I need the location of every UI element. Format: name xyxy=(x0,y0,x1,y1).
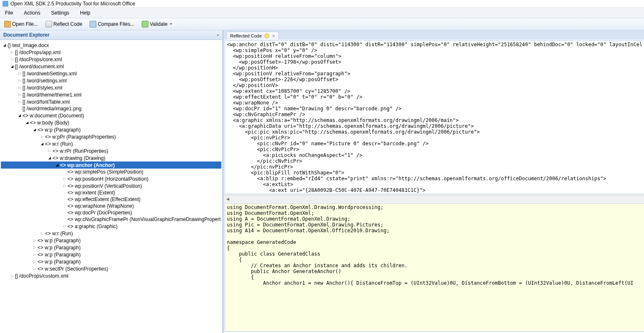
menu-help[interactable]: Help xyxy=(78,9,92,17)
scroll-left-icon[interactable]: ◀ xyxy=(225,197,231,201)
tab-strip: Reflected Code ✕ xyxy=(224,30,644,40)
titlebar: Open XML SDK 2.5 Productivity Tool for M… xyxy=(0,0,644,8)
document-tree[interactable]: {} test_Image.docx [] /docProps/app.xml … xyxy=(0,40,222,333)
tree-node[interactable]: [] /word/settings.xml xyxy=(1,77,221,84)
tree-root[interactable]: {} test_Image.docx xyxy=(1,42,221,49)
xml-code-pane[interactable]: <wp:anchor distT="0" distB="0" distL="11… xyxy=(225,40,644,194)
tree-node[interactable]: [] /word/theme/theme1.xml xyxy=(1,91,221,98)
tree-node[interactable]: <> w:sectPr (SectionProperties) xyxy=(1,265,221,272)
tree-node[interactable]: <> w:rPr (RunProperties) xyxy=(1,147,221,154)
tree-node[interactable]: <> wp:docPr (DocProperties) xyxy=(1,209,221,216)
folder-icon xyxy=(4,21,11,27)
tree-node[interactable]: <> w:r (Run) xyxy=(1,230,221,237)
tab-reflected-code[interactable]: Reflected Code ✕ xyxy=(226,32,279,40)
reflect-icon xyxy=(45,21,52,27)
reflect-label: Reflect Code xyxy=(53,21,82,27)
menu-settings[interactable]: Settings xyxy=(50,9,71,17)
tree-node[interactable]: <> w:p (Paragraph) xyxy=(1,244,221,251)
main-area: Document Explorer « {} test_Image.docx [… xyxy=(0,30,644,333)
gear-icon xyxy=(264,33,269,38)
tree-node[interactable]: <> w:body (Body) xyxy=(1,119,221,126)
validate-button[interactable]: Validate xyxy=(140,20,173,28)
compare-label: Compare Files... xyxy=(98,21,134,27)
compare-icon xyxy=(90,21,96,27)
tree-node[interactable]: <> w:p (Paragraph) xyxy=(1,251,221,258)
tree-node[interactable]: <> a:graphic (Graphic) xyxy=(1,223,221,230)
tree-node[interactable]: <> w:r (Run) xyxy=(1,140,221,147)
app-icon xyxy=(3,1,8,7)
tree-node[interactable]: [] /word/webSettings.xml xyxy=(1,70,221,77)
toolbar: Open File... Reflect Code Compare Files.… xyxy=(0,18,644,30)
open-file-button[interactable]: Open File... xyxy=(3,20,40,28)
tree-node[interactable]: <> w:p (Paragraph) xyxy=(1,237,221,244)
tree-node[interactable]: <> wp:positionV (VerticalPosition) xyxy=(1,182,221,189)
tree-node[interactable]: [] /word/fontTable.xml xyxy=(1,98,221,105)
tree-node-anchor-selected[interactable]: <> wp:anchor (Anchor) xyxy=(1,162,221,169)
chevron-down-icon xyxy=(170,23,172,25)
tree-node[interactable]: <> w:p (Paragraph) xyxy=(1,126,221,133)
explorer-header: Document Explorer « xyxy=(0,30,222,40)
validate-label: Validate xyxy=(150,21,167,27)
tree-node[interactable]: [] /word/media/image1.png xyxy=(1,105,221,112)
document-explorer-pane: Document Explorer « {} test_Image.docx [… xyxy=(0,30,224,333)
tree-node[interactable]: <> wp:positionH (HorizontalPosition) xyxy=(1,175,221,182)
tree-node[interactable]: <> w:pPr (ParagraphProperties) xyxy=(1,133,221,140)
tree-node[interactable]: <> wp:simplePos (SimplePosition) xyxy=(1,169,221,175)
validate-icon xyxy=(142,21,148,27)
tree-node[interactable]: <> wp:extent (Extent) xyxy=(1,189,221,196)
tree-node[interactable]: [] /docProps/core.xml xyxy=(1,56,221,63)
tree-node[interactable]: <> wp:effectExtent (EffectExtent) xyxy=(1,196,221,203)
tree-node[interactable]: [] /docProps/app.xml xyxy=(1,49,221,56)
tree-node[interactable]: <> w:document (Document) xyxy=(1,112,221,119)
scrollbar-horizontal[interactable]: ◀ xyxy=(224,195,644,202)
tree-node[interactable]: <> w:drawing (Drawing) xyxy=(1,154,221,162)
tree-node[interactable]: [] /word/document.xml xyxy=(1,63,221,70)
csharp-code-pane[interactable]: using DocumentFormat.OpenXml.Drawing.Wor… xyxy=(225,203,644,332)
explorer-title: Document Explorer xyxy=(3,32,50,38)
tree-node[interactable]: <> w:p (Paragraph) xyxy=(1,258,221,265)
tree-node[interactable]: [] /word/styles.xml xyxy=(1,84,221,91)
menu-file[interactable]: File xyxy=(3,9,15,17)
close-icon[interactable]: ✕ xyxy=(272,34,275,38)
right-pane: Reflected Code ✕ <wp:anchor distT="0" di… xyxy=(224,30,644,333)
code-area: <wp:anchor distT="0" distB="0" distL="11… xyxy=(224,40,644,333)
window-title: Open XML SDK 2.5 Productivity Tool for M… xyxy=(10,1,135,7)
collapse-icon[interactable]: « xyxy=(217,33,219,37)
menubar: File Actions Settings Help xyxy=(0,8,644,18)
tree-node[interactable]: <> wp:cNvGraphicFramePr (NonVisualGraphi… xyxy=(1,216,221,223)
tree-node[interactable]: [] /docProps/custom.xml xyxy=(1,272,221,279)
tree-node[interactable]: <> wp:wrapNone (WrapNone) xyxy=(1,203,221,209)
menu-actions[interactable]: Actions xyxy=(22,9,42,17)
tab-label: Reflected Code xyxy=(230,33,262,38)
compare-files-button[interactable]: Compare Files... xyxy=(88,20,136,28)
reflect-code-button[interactable]: Reflect Code xyxy=(44,20,84,28)
open-file-label: Open File... xyxy=(12,21,38,27)
